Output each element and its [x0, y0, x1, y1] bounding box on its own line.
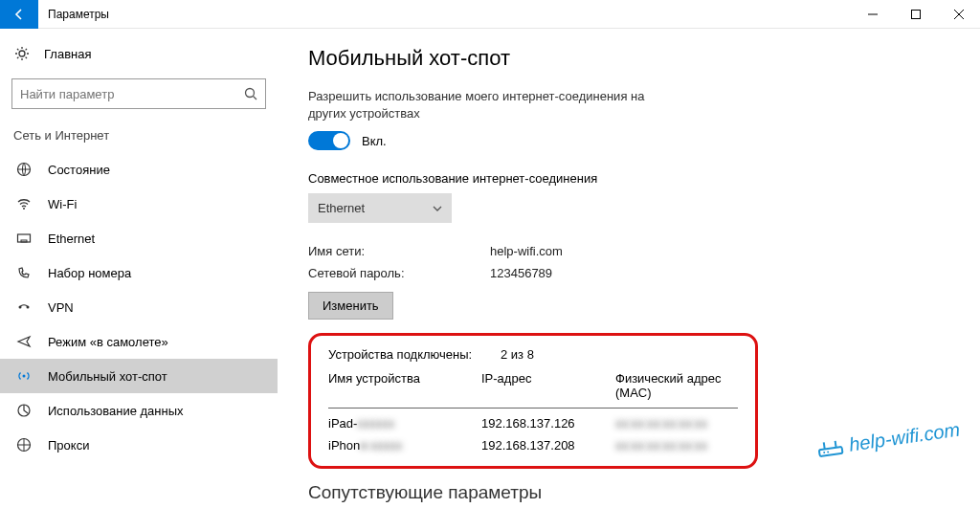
svg-point-20 — [827, 451, 829, 453]
gear-icon — [11, 46, 33, 61]
connected-devices-panel: Устройства подключены: 2 из 8 Имя устрой… — [308, 333, 758, 469]
minimize-button[interactable] — [851, 0, 894, 29]
sidebar-item-hotspot[interactable]: Мобильный хот-спот — [0, 359, 278, 393]
back-button[interactable] — [0, 0, 38, 29]
select-value: Ethernet — [318, 201, 365, 215]
toggle-description: Разрешить использование моего интернет-с… — [308, 88, 672, 121]
ethernet-icon — [13, 231, 34, 246]
device-mac: xx:xx:xx:xx:xx:xx — [615, 416, 738, 431]
sidebar-item-label: Ethernet — [34, 232, 95, 246]
sidebar-item-label: VPN — [34, 300, 74, 315]
title-bar: Параметры — [0, 0, 980, 29]
status-icon — [13, 162, 34, 177]
search-input[interactable] — [20, 87, 244, 101]
sidebar-item-label: Использование данных — [34, 404, 184, 418]
page-title: Мобильный хот-спот — [308, 46, 961, 71]
sidebar-item-proxy[interactable]: Прокси — [0, 428, 278, 462]
edit-button[interactable]: Изменить — [308, 292, 393, 320]
close-button[interactable] — [937, 0, 980, 29]
col-mac: Физический адрес (MAC) — [615, 371, 738, 400]
sidebar: Главная Сеть и Интернет Состояние Wi-Fi … — [0, 29, 278, 508]
svg-rect-10 — [21, 240, 27, 242]
home-label: Главная — [33, 47, 91, 61]
section-label: Сеть и Интернет — [0, 122, 278, 152]
window-controls — [851, 0, 980, 29]
device-ip: 192.168.137.126 — [481, 416, 615, 431]
svg-point-4 — [19, 51, 25, 56]
device-row: iPhone-xxxxx 192.168.137.208 xx:xx:xx:xx… — [328, 431, 738, 453]
maximize-button[interactable] — [894, 0, 937, 29]
hotspot-toggle[interactable] — [308, 131, 350, 150]
datausage-icon — [13, 403, 34, 418]
sidebar-item-label: Прокси — [34, 438, 89, 453]
dialup-icon — [13, 265, 34, 280]
devices-connected-count: 2 из 8 — [501, 347, 534, 362]
devices-connected-label: Устройства подключены: — [328, 347, 501, 362]
wifi-icon — [13, 196, 34, 211]
share-label: Совместное использование интернет-соедин… — [308, 171, 961, 186]
router-icon — [816, 436, 846, 459]
sidebar-item-label: Режим «в самолете» — [34, 335, 168, 349]
col-device-name: Имя устройства — [328, 371, 481, 400]
proxy-icon — [13, 437, 34, 453]
network-name-label: Имя сети: — [308, 244, 490, 258]
sidebar-item-ethernet[interactable]: Ethernet — [0, 221, 278, 255]
svg-line-17 — [824, 442, 825, 449]
sidebar-item-status[interactable]: Состояние — [0, 152, 278, 187]
toggle-state-label: Вкл. — [362, 134, 387, 148]
device-name: iPad- — [328, 416, 357, 431]
svg-line-6 — [254, 97, 257, 100]
device-mac: xx:xx:xx:xx:xx:xx — [615, 438, 738, 453]
sidebar-item-label: Wi-Fi — [34, 197, 77, 211]
sidebar-item-label: Состояние — [34, 163, 110, 177]
share-connection-select[interactable]: Ethernet — [308, 193, 452, 223]
svg-point-19 — [823, 451, 825, 453]
window-title: Параметры — [38, 8, 109, 21]
svg-rect-16 — [819, 446, 843, 455]
svg-rect-9 — [18, 234, 31, 242]
airplane-icon — [13, 334, 34, 349]
sidebar-item-vpn[interactable]: VPN — [0, 290, 278, 324]
svg-rect-1 — [911, 10, 920, 18]
col-ip: IP-адрес — [481, 371, 615, 400]
chevron-down-icon — [413, 204, 442, 213]
svg-line-18 — [835, 440, 836, 447]
network-name-value: help-wifi.com — [490, 244, 563, 258]
device-name-blurred: e-xxxxx — [360, 438, 402, 453]
device-row: iPad-xxxxxx 192.168.137.126 xx:xx:xx:xx:… — [328, 409, 738, 431]
related-heading: Сопутствующие параметры — [308, 482, 961, 503]
sidebar-item-dialup[interactable]: Набор номера — [0, 255, 278, 290]
network-password-value: 123456789 — [490, 266, 552, 280]
sidebar-item-airplane[interactable]: Режим «в самолете» — [0, 324, 278, 359]
svg-point-8 — [23, 208, 25, 210]
sidebar-item-wifi[interactable]: Wi-Fi — [0, 187, 278, 221]
vpn-icon — [13, 299, 34, 315]
search-icon — [244, 87, 257, 100]
sidebar-item-datausage[interactable]: Использование данных — [0, 393, 278, 428]
home-link[interactable]: Главная — [0, 36, 278, 71]
search-box[interactable] — [11, 78, 266, 109]
hotspot-icon — [13, 368, 34, 384]
network-password-label: Сетевой пароль: — [308, 266, 490, 280]
svg-point-13 — [23, 375, 26, 378]
device-name: iPhon — [328, 438, 360, 453]
device-ip: 192.168.137.208 — [481, 438, 615, 453]
device-name-blurred: xxxxxx — [357, 416, 394, 431]
sidebar-item-label: Набор номера — [34, 266, 131, 280]
arrow-left-icon — [11, 7, 27, 22]
svg-point-5 — [246, 89, 255, 98]
sidebar-item-label: Мобильный хот-спот — [34, 369, 167, 384]
